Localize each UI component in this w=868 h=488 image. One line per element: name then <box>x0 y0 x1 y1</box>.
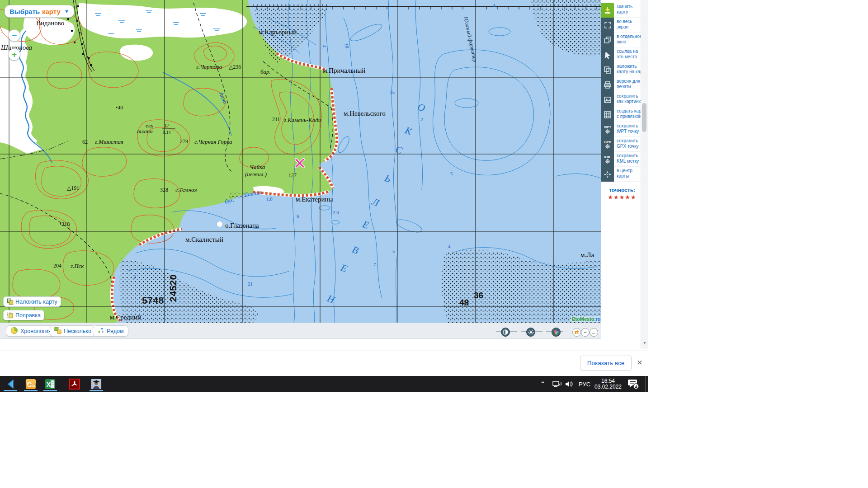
sidebar-item-georeferenced-map[interactable]: создать картус привязкой <box>601 107 645 122</box>
sidebar-item-separate-window[interactable]: в отдельноеокно <box>601 33 645 47</box>
taskbar-app-acrobat[interactable] <box>69 378 80 390</box>
map-attribution[interactable]: EtoMesto.ru <box>571 316 601 322</box>
swap-maps-button[interactable]: ⇄ <box>572 328 581 337</box>
map-label: 204 <box>53 263 61 269</box>
notification-center-icon[interactable]: 4 <box>627 376 639 392</box>
map-label: Виданово <box>36 19 64 27</box>
map-label: м.Невельского <box>344 110 386 117</box>
map-label: 279 <box>180 138 188 145</box>
sidebar-item-fullscreen[interactable]: во весьэкран <box>601 18 645 33</box>
sidebar-item-label: сохранитькак картинку <box>614 92 645 107</box>
correction-button[interactable]: Поправка <box>3 310 44 320</box>
svg-text:WPT: WPT <box>604 126 611 129</box>
grid-number: 5748 <box>142 295 164 305</box>
sidebar-item-print-version[interactable]: версия дляпечати <box>601 77 645 92</box>
overlay-map-icon[interactable] <box>601 62 614 77</box>
sidebar-item-center-map[interactable]: в центркарты <box>601 167 645 182</box>
scrollbar-down-arrow[interactable]: ▼ <box>642 340 647 346</box>
map-toolbar: ХронологияНесколькоРядом <box>0 323 601 339</box>
sidebar-item-label: в центркарты <box>614 167 645 182</box>
contrast-slider[interactable] <box>501 328 510 337</box>
collapse-button[interactable]: − <box>581 328 590 337</box>
depth-number: 2 <box>420 117 423 122</box>
download-map-icon[interactable] <box>601 3 614 18</box>
running-app-indicator <box>90 390 103 391</box>
attribution-site: EtoMesto <box>572 316 594 322</box>
center-map-icon[interactable] <box>601 167 614 182</box>
sidebar-item-link-place[interactable]: ссылка наэто место <box>601 47 645 62</box>
network-icon[interactable] <box>552 376 561 392</box>
taskbar-app-app-logo[interactable] <box>5 378 16 390</box>
kml-mark-icon[interactable]: KML <box>601 152 614 167</box>
select-map-button[interactable]: Выбрать карту ▼ <box>5 5 74 18</box>
map-tools-sidebar: скачатькартуво весьэкранв отдельноеокнос… <box>601 3 645 182</box>
overlay-map-button[interactable]: Наложить карту <box>3 296 61 307</box>
topographic-map[interactable]: ВидановоШимоновам.Карьерныйм.Причальныйм… <box>0 0 601 323</box>
depth-number: 1.8 <box>266 196 273 202</box>
brightness-slider[interactable] <box>526 328 535 337</box>
zoom-out-button[interactable]: − <box>8 29 20 42</box>
georeferenced-map-icon[interactable] <box>601 107 614 122</box>
depth-number: 15 <box>390 89 395 95</box>
map-label: 17 <box>165 123 169 128</box>
sidebar-item-label: во весьэкран <box>614 18 645 33</box>
show-all-button[interactable]: Показать все <box>580 356 632 371</box>
palette-icon <box>553 329 559 335</box>
sidebar-item-label: ссылка наэто место <box>614 47 645 62</box>
svg-text:X: X <box>47 381 51 388</box>
sidebar-item-gpx-point[interactable]: GPXсохранитьGPX точку <box>601 137 645 152</box>
print-version-icon[interactable] <box>601 77 614 92</box>
sidebar-item-label: в отдельноеокно <box>614 33 645 47</box>
taskbar-app-outlook[interactable]: O <box>25 378 37 390</box>
separate-window-icon[interactable] <box>601 33 614 47</box>
tray-date: 03.02.2022 <box>594 384 622 390</box>
language-indicator[interactable]: РУС <box>579 376 590 392</box>
speaker-icon[interactable] <box>565 376 573 392</box>
map-viewport[interactable]: ВидановоШимоновам.Карьерныйм.Причальныйм… <box>0 0 601 323</box>
colors-slider[interactable] <box>552 328 561 337</box>
link-place-icon[interactable] <box>601 47 614 62</box>
toolbar-button-label: Несколько <box>64 328 91 334</box>
brightness-icon <box>528 329 534 335</box>
несколько-button[interactable]: Несколько <box>50 325 96 337</box>
map-label: 62 <box>82 139 88 145</box>
tray-clock[interactable]: 16:54 03.02.2022 <box>595 376 621 392</box>
map-label: пихта <box>137 128 153 135</box>
close-icon[interactable]: × <box>634 357 645 368</box>
attribution-domain: .ru <box>594 316 601 322</box>
map-label: м.Средний <box>110 314 141 321</box>
page-scrollbar[interactable]: ▼ <box>641 0 648 349</box>
save-image-icon[interactable] <box>601 92 614 107</box>
depth-number: 21 <box>248 281 253 286</box>
show-desktop-button[interactable] <box>645 376 646 392</box>
map-label: 211 <box>272 116 280 122</box>
sidebar-item-kml-mark[interactable]: KMLсохранитьKML метку <box>601 152 645 167</box>
depth-number: 4 <box>448 244 451 249</box>
taskbar-app-excel[interactable]: X <box>44 378 56 390</box>
tray-chevron-icon[interactable]: ⌃ <box>540 376 546 392</box>
back-button[interactable]: ← <box>590 328 598 337</box>
хронология-button[interactable]: Хронология <box>6 325 56 337</box>
map-label: г.Чертова <box>196 63 222 70</box>
map-label: м.Ла <box>580 251 594 258</box>
sidebar-item-download-map[interactable]: скачатькарту <box>601 3 645 18</box>
sidebar-item-overlay-map[interactable]: наложитькарту на карту <box>601 62 645 77</box>
gpx-point-icon[interactable]: GPX <box>601 137 614 152</box>
running-app-indicator <box>4 390 17 391</box>
select-map-word1: Выбрать <box>9 8 40 15</box>
svg-text:GPX: GPX <box>604 141 611 144</box>
sidebar-item-wpt-point[interactable]: WPTсохранитьWPT точку <box>601 122 645 137</box>
grid-number: 24520 <box>168 274 178 302</box>
taskbar-app-profile[interactable] <box>90 378 102 390</box>
sidebar-item-save-image[interactable]: сохранитькак картинку <box>601 92 645 107</box>
zoom-in-button[interactable]: + <box>8 48 20 61</box>
accuracy-block: точность: ★★★★★ <box>602 187 642 201</box>
accuracy-stars[interactable]: ★★★★★ <box>602 194 642 201</box>
map-label: 127 <box>288 172 297 178</box>
wpt-point-icon[interactable]: WPT <box>601 122 614 137</box>
scrollbar-thumb[interactable] <box>642 103 646 132</box>
map-label: бар. <box>260 68 271 75</box>
рядом-button[interactable]: Рядом <box>93 325 128 337</box>
fullscreen-icon[interactable] <box>601 18 614 33</box>
running-app-indicator <box>24 390 38 391</box>
